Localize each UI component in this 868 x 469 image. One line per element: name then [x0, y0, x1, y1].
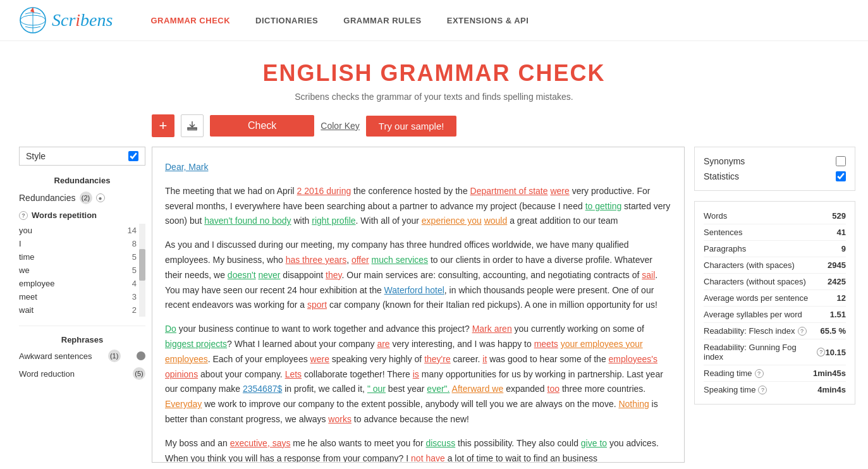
- error-are[interactable]: are: [377, 339, 389, 349]
- error-doesnt[interactable]: doesn't: [228, 270, 256, 280]
- hero-title-accent: GRAMMAR CHECK: [381, 60, 606, 86]
- stat-chars-spaces-value: 2945: [828, 260, 846, 270]
- error-markaren[interactable]: Mark aren: [472, 324, 512, 334]
- salutation[interactable]: Dear, Mark: [165, 162, 208, 172]
- check-button[interactable]: Check: [210, 115, 314, 137]
- error-date[interactable]: 2 2016 during: [297, 186, 351, 196]
- error-sail[interactable]: sail: [642, 270, 655, 280]
- error-do[interactable]: Do: [165, 324, 176, 334]
- awkward-radio[interactable]: [137, 351, 145, 360]
- error-youremployees[interactable]: your employees your employees: [165, 339, 643, 364]
- error-afterward[interactable]: Afterward we: [452, 384, 504, 394]
- error-experience[interactable]: experience you: [422, 216, 482, 226]
- stat-sentences-label: Sentences: [704, 228, 742, 237]
- stat-reading-value: 1min45s: [813, 368, 846, 378]
- error-our[interactable]: " our: [367, 384, 386, 394]
- stat-flesch-label: Readability: Flesch index ?: [704, 326, 807, 336]
- nav-grammar-check[interactable]: GRAMMAR CHECK: [150, 16, 230, 25]
- export-icon: [186, 120, 198, 131]
- export-button[interactable]: [181, 114, 204, 137]
- stat-reading: Reading time ? 1min45s: [704, 365, 846, 382]
- scroll-thumb: [139, 249, 145, 281]
- stat-avg-syllables-value: 1.51: [830, 310, 846, 319]
- redundancies-header: Redundancies (2) ●: [19, 192, 145, 204]
- error-is[interactable]: is: [413, 369, 419, 379]
- error-everyday[interactable]: Everyday: [165, 399, 202, 409]
- error-it[interactable]: it: [482, 354, 487, 364]
- error-amount[interactable]: 2354687$: [243, 384, 282, 394]
- reading-help-icon[interactable]: ?: [755, 369, 764, 378]
- gunning-help-icon[interactable]: ?: [817, 348, 826, 356]
- stat-avg-words-value: 12: [837, 293, 846, 303]
- paragraph-4: My boss and an executive, says me he als…: [165, 436, 671, 463]
- stat-speaking-label: Speaking time ?: [704, 385, 767, 394]
- nav-grammar-rules[interactable]: GRAMMAR RULES: [343, 16, 422, 25]
- synonyms-checkbox[interactable]: [836, 156, 846, 166]
- error-sport[interactable]: sport: [307, 300, 327, 310]
- error-rightprofile[interactable]: right profile: [312, 216, 355, 226]
- error-havent[interactable]: haven't found no body: [204, 216, 291, 226]
- error-would[interactable]: would: [484, 216, 508, 226]
- color-key-button[interactable]: Color Key: [321, 121, 359, 131]
- error-much[interactable]: much services: [372, 255, 428, 265]
- error-executive[interactable]: executive, says: [230, 438, 291, 448]
- rephrases-title: Rephrases: [19, 335, 145, 344]
- add-button[interactable]: +: [152, 114, 174, 137]
- words-list-container: you 14 I 8 time 5 we 5 employee 4: [19, 224, 145, 317]
- text-editor[interactable]: Dear, Mark The meeting that we had on Ap…: [152, 147, 685, 463]
- awkward-label: Awkward sentences: [19, 351, 92, 361]
- flesch-help-icon[interactable]: ?: [798, 327, 807, 336]
- stat-chars-spaces: Characters (with spaces) 2945: [704, 257, 846, 274]
- error-too[interactable]: too: [547, 384, 559, 394]
- style-checkbox[interactable]: [128, 151, 138, 161]
- main-layout: Style Redundancies Redundancies (2) ● ? …: [0, 147, 868, 463]
- error-meets[interactable]: meets: [534, 339, 558, 349]
- stat-sentences-value: 41: [837, 228, 846, 237]
- sidebar-right: Synonyms Statistics Words 529 Sentences …: [685, 147, 855, 463]
- hero-title-plain: ENGLISH: [262, 60, 372, 86]
- error-togetting[interactable]: to getting: [585, 201, 622, 211]
- speaking-help-icon[interactable]: ?: [758, 386, 767, 394]
- logo-text: Scribens: [52, 10, 113, 30]
- error-theyre[interactable]: they're: [424, 354, 451, 364]
- error-offer[interactable]: offer: [351, 255, 369, 265]
- word-reduction-row: Word reduction (5): [19, 367, 145, 380]
- error-discuss[interactable]: discuss: [425, 438, 455, 448]
- statistics-option: Statistics: [704, 169, 846, 184]
- header: Scribens GRAMMAR CHECK DICTIONARIES GRAM…: [0, 0, 868, 41]
- style-bar[interactable]: Style: [19, 147, 145, 166]
- error-were[interactable]: were: [550, 186, 569, 196]
- error-nothave[interactable]: not have: [411, 453, 445, 463]
- nav-extensions[interactable]: EXTENSIONS & API: [447, 16, 529, 25]
- synonyms-label: Synonyms: [704, 156, 745, 166]
- words-repetition-info-icon[interactable]: ?: [19, 211, 28, 220]
- redundancies-info-icon[interactable]: ●: [96, 193, 105, 202]
- toolbar: + Check Color Key Try our sample!: [0, 114, 868, 147]
- paragraph-2: As you and I discussed during our meetin…: [165, 238, 671, 313]
- logo[interactable]: Scribens: [19, 6, 113, 34]
- word-row-we: we 5: [19, 264, 137, 277]
- statistics-checkbox[interactable]: [836, 171, 846, 181]
- nav-dictionaries[interactable]: DICTIONARIES: [255, 16, 318, 25]
- error-giveto[interactable]: give to: [581, 438, 607, 448]
- words-repetition-header: ? Words repetition: [19, 210, 145, 220]
- word-row-employee: employee 4: [19, 277, 137, 290]
- sample-button[interactable]: Try our sample!: [366, 116, 457, 137]
- word-row-meet: meet 3: [19, 290, 137, 303]
- awkward-sentences-row: Awkward sentences (1): [19, 350, 145, 362]
- scrollbar[interactable]: [139, 224, 145, 317]
- error-lets[interactable]: Lets: [285, 369, 302, 379]
- error-ever[interactable]: ever".: [427, 384, 449, 394]
- error-works[interactable]: works: [328, 414, 351, 424]
- error-dept[interactable]: Department of state: [470, 186, 548, 196]
- error-never[interactable]: never: [258, 270, 280, 280]
- error-waterford[interactable]: Waterford hotel: [384, 285, 444, 295]
- error-employees[interactable]: employees's opinions: [165, 354, 657, 379]
- error-were2[interactable]: were: [310, 354, 329, 364]
- error-hasthree[interactable]: has three years: [286, 255, 347, 265]
- word-row-i: I 8: [19, 237, 137, 250]
- paragraph-3: Do your business continue to want to wor…: [165, 322, 671, 427]
- error-biggest[interactable]: biggest projects: [165, 339, 227, 349]
- error-they[interactable]: they: [326, 270, 341, 280]
- error-nothing[interactable]: Nothing: [618, 399, 649, 409]
